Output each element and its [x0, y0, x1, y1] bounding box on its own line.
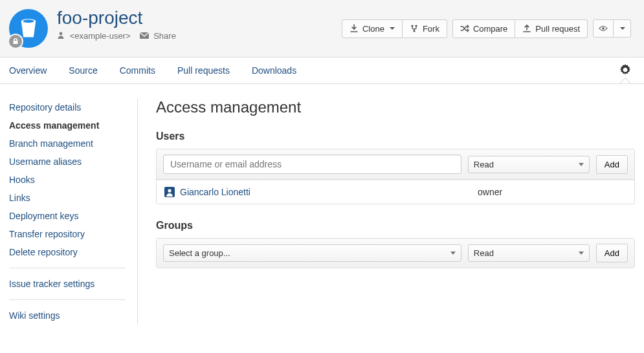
shuffle-icon	[460, 24, 469, 33]
group-permission-select[interactable]: Read	[468, 244, 590, 262]
upload-icon	[522, 24, 531, 33]
sidebar-item-username-aliases[interactable]: Username aliases	[9, 153, 126, 171]
repo-owner[interactable]: <example-user>	[57, 31, 131, 41]
sidebar-item-hooks[interactable]: Hooks	[9, 171, 126, 189]
person-icon	[57, 31, 65, 39]
sidebar-item-repo-details[interactable]: Repository details	[9, 98, 126, 116]
repo-meta: <example-user> Share	[57, 31, 176, 41]
group-permission-value: Read	[474, 248, 494, 258]
tab-overview[interactable]: Overview	[9, 58, 47, 83]
compare-button[interactable]: Compare	[452, 19, 515, 38]
fork-button[interactable]: Fork	[403, 19, 447, 38]
user-role: owner	[478, 187, 502, 197]
sidebar-item-wiki-settings[interactable]: Wiki settings	[9, 306, 126, 325]
user-row: Giancarlo Lionetti owner	[157, 180, 634, 204]
sidebar-item-deployment-keys[interactable]: Deployment keys	[9, 207, 126, 225]
repo-owner-label: <example-user>	[70, 31, 131, 41]
caret-icon	[620, 27, 625, 30]
page-title: Access management	[156, 98, 635, 116]
svg-point-2	[60, 32, 63, 36]
sidebar-separator	[9, 268, 126, 268]
share-label: Share	[153, 31, 176, 41]
user-permission-value: Read	[474, 160, 494, 169]
fork-icon	[410, 24, 419, 33]
group-select[interactable]: Select a group...	[163, 244, 461, 262]
watch-button[interactable]	[593, 19, 614, 37]
sidebar-item-links[interactable]: Links	[9, 189, 126, 207]
groups-panel: Select a group... Read Add	[156, 238, 635, 268]
envelope-icon	[140, 32, 149, 39]
tab-downloads[interactable]: Downloads	[252, 58, 296, 83]
tab-source[interactable]: Source	[69, 58, 97, 83]
nav-tabs: Overview Source Commits Pull requests Do…	[9, 58, 616, 83]
repo-nav: Overview Source Commits Pull requests Do…	[0, 58, 644, 84]
gear-icon	[619, 64, 631, 76]
download-icon	[350, 24, 359, 33]
settings-sidebar: Repository details Access management Bra…	[9, 98, 137, 325]
eye-icon	[599, 24, 608, 33]
watch-dropdown[interactable]	[614, 19, 631, 37]
add-user-button[interactable]: Add	[596, 155, 628, 174]
repo-logo-wrap	[9, 9, 48, 48]
group-select-value: Select a group...	[169, 248, 230, 258]
settings-gear[interactable]	[616, 59, 635, 83]
svg-point-10	[168, 189, 171, 192]
lock-icon	[12, 38, 19, 45]
tab-pull-requests[interactable]: Pull requests	[177, 58, 230, 83]
groups-heading: Groups	[156, 220, 635, 231]
sidebar-item-delete-repo[interactable]: Delete repository	[9, 243, 126, 261]
clone-label: Clone	[362, 24, 384, 34]
page-body: Repository details Access management Bra…	[0, 84, 644, 339]
pr-label: Pull request	[535, 24, 580, 34]
lock-badge	[8, 34, 23, 49]
tab-commits[interactable]: Commits	[120, 58, 155, 83]
user-search-input[interactable]	[163, 155, 461, 174]
pull-request-button[interactable]: Pull request	[515, 19, 588, 38]
share-link[interactable]: Share	[140, 31, 176, 41]
user-name-link[interactable]: Giancarlo Lionetti	[180, 187, 478, 197]
repo-name[interactable]: foo-project	[57, 9, 176, 27]
sidebar-item-transfer-repo[interactable]: Transfer repository	[9, 225, 126, 243]
clone-button[interactable]: Clone	[342, 19, 403, 38]
users-panel: Read Add Giancarlo Lionetti owner	[156, 149, 635, 204]
main-content: Access management Users Read Add Giancar…	[137, 98, 635, 325]
repo-header: foo-project <example-user> Share Clone	[0, 0, 644, 58]
caret-icon	[390, 27, 395, 30]
triangle-icon	[579, 163, 584, 166]
sidebar-item-issue-tracker[interactable]: Issue tracker settings	[9, 275, 126, 293]
user-avatar-icon	[164, 187, 175, 197]
watch-group	[593, 19, 631, 37]
repo-titlebox: foo-project <example-user> Share	[57, 9, 176, 41]
sidebar-item-branch-management[interactable]: Branch management	[9, 134, 126, 153]
header-actions: Clone Fork Compare Pull request	[342, 19, 631, 38]
svg-point-1	[23, 19, 34, 23]
svg-point-7	[602, 27, 605, 30]
users-heading: Users	[156, 131, 635, 142]
svg-point-8	[624, 68, 627, 71]
triangle-icon	[450, 251, 456, 255]
compare-pr-group: Compare Pull request	[452, 19, 588, 38]
clone-fork-group: Clone Fork	[342, 19, 447, 38]
sidebar-separator	[9, 299, 126, 300]
sidebar-item-access-management[interactable]: Access management	[9, 116, 126, 134]
repo-info: foo-project <example-user> Share	[9, 9, 342, 48]
add-group-button[interactable]: Add	[596, 244, 628, 262]
fork-label: Fork	[423, 24, 439, 34]
users-add-row: Read Add	[157, 149, 634, 180]
compare-label: Compare	[473, 24, 507, 34]
user-permission-select[interactable]: Read	[468, 156, 590, 173]
triangle-icon	[579, 251, 584, 255]
groups-add-row: Select a group... Read Add	[157, 239, 634, 268]
